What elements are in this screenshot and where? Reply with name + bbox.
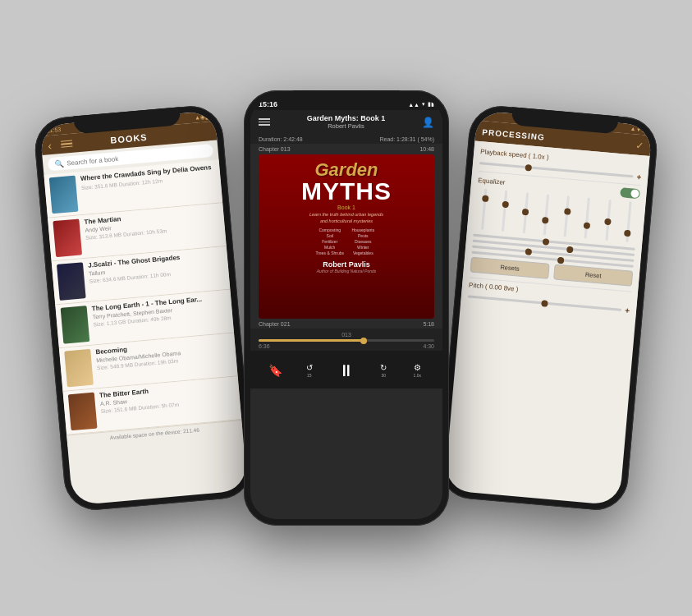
book-cover-crawdads: [49, 176, 79, 214]
notch-center: [293, 90, 400, 108]
progress-bar[interactable]: [259, 339, 434, 342]
chapter-bottom-label: Chapter 021: [259, 321, 291, 327]
books-title: BOOKS: [110, 132, 148, 145]
pitch-plus-icon[interactable]: +: [625, 306, 630, 315]
processing-title: PROCESSING: [482, 127, 545, 142]
status-icons-center: ▲▲ ▾ ▮▮: [408, 101, 434, 108]
playback-plus-icon[interactable]: +: [636, 172, 642, 182]
phone-center: 15:16 ▲▲ ▾ ▮▮ Garden Myths: Book 1 Rober…: [244, 90, 449, 526]
player-durations: Duration: 2:42:48 Read: 1:28:31 ( 54%): [250, 134, 442, 144]
eq-slider-6[interactable]: [577, 197, 598, 240]
cover-author-block: Robert Pavlis Author of Building Natural…: [317, 260, 377, 274]
chapter-bottom-time: 5:18: [423, 321, 434, 327]
chapter-top-time: 10:48: [419, 146, 434, 152]
cover-title-garden: Garden: [314, 161, 378, 179]
equalizer-toggle[interactable]: [620, 187, 640, 199]
equalizer-label: Equalizer: [478, 176, 506, 186]
menu-icon[interactable]: [61, 140, 73, 148]
search-icon: 🔍: [54, 159, 64, 168]
eq-slider-5[interactable]: [557, 195, 578, 238]
player-progress-area: 013 6:36 4:30: [250, 329, 442, 351]
player-header: Garden Myths: Book 1 Robert Pavlis 👤: [250, 110, 442, 134]
cover-title-myths: MYTHS: [301, 179, 392, 204]
cover-author-name: Robert Pavlis: [317, 260, 377, 269]
cover-subtitle: Learn the truth behind urban legendsand …: [309, 212, 383, 224]
cover-author-sub: Author of Building Natural Ponds: [317, 269, 377, 274]
book-cover-becoming: [64, 349, 94, 388]
eq-slider-8[interactable]: [618, 200, 639, 243]
eq-slider-2[interactable]: [494, 190, 516, 232]
book-cover-longearth: [61, 306, 90, 344]
resets-button[interactable]: Resets: [470, 257, 549, 279]
garden-myths-artwork: Garden MYTHS Book 1 Learn the truth behi…: [259, 154, 434, 319]
battery-icon: ▮▮: [428, 101, 434, 108]
status-time-left: 11:53: [46, 126, 61, 134]
status-icons-left: ▲◉▮: [195, 113, 209, 121]
book-cover-ghost: [57, 262, 86, 301]
play-pause-button[interactable]: ⏸: [332, 356, 361, 385]
read-label: Read: 1:28:31 ( 54%): [379, 136, 434, 142]
player-avatar-icon: 👤: [422, 117, 434, 128]
book-cover-martian: [53, 218, 82, 257]
progress-times: 6:36 4:30: [259, 343, 434, 349]
bookmark-button[interactable]: 🔖: [264, 359, 287, 382]
eq-slider-3[interactable]: [515, 191, 536, 234]
back-arrow-icon[interactable]: ‹: [48, 139, 53, 152]
player-title-block: Garden Myths: Book 1 Robert Pavlis: [307, 114, 386, 130]
eq-slider-4[interactable]: [536, 193, 557, 236]
book-cover-bitterearth: [68, 393, 98, 431]
equalizer-button[interactable]: ⚙1.0x: [406, 359, 428, 382]
player-book-title: Garden Myths: Book 1: [307, 114, 386, 122]
progress-fill: [259, 339, 364, 342]
check-icon[interactable]: ✓: [635, 140, 644, 152]
player-chapter-top: Chapter 013 10:48: [250, 144, 442, 154]
book-info: Where the Crawdads Sing by Delia Owens S…: [80, 163, 216, 191]
forward-button[interactable]: ↻30: [372, 359, 395, 382]
cover-book-label: Book 1: [337, 205, 355, 210]
rewind-button[interactable]: ↺15: [298, 359, 321, 382]
signal-icon: ▲▲: [408, 102, 419, 108]
book-list: Where the Crawdads Sing by Delia Owens S…: [44, 159, 241, 434]
screen-right: ▲ ▾ ▮ PROCESSING ✓ Playback speed ( 1.0x…: [444, 111, 653, 506]
progress-current: 6:36: [259, 343, 270, 349]
eq-slider-7[interactable]: [598, 199, 619, 241]
screen-center: 15:16 ▲▲ ▾ ▮▮ Garden Myths: Book 1 Rober…: [250, 97, 442, 519]
player-chapter-bottom: Chapter 021 5:18: [250, 319, 442, 329]
processing-body: Playback speed ( 1.0x ) + Equalizer: [461, 140, 650, 322]
screen-left: 11:53 ▲◉▮ ‹ BOOKS 🔍 Where the Crawdads S…: [39, 111, 248, 506]
chapter-top-label: Chapter 013: [259, 146, 291, 152]
wifi-icon: ▾: [422, 101, 425, 108]
proc-status-icons: ▲ ▾ ▮: [630, 126, 645, 134]
eq-slider-1[interactable]: [474, 188, 495, 231]
phone-right: ▲ ▾ ▮ PROCESSING ✓ Playback speed ( 1.0x…: [438, 103, 660, 513]
progress-total: 4:30: [423, 343, 434, 349]
phone-left: 11:53 ▲◉▮ ‹ BOOKS 🔍 Where the Crawdads S…: [33, 103, 255, 513]
player-controls: 🔖 ↺15 ⏸ ↻30 ⚙1.0x: [250, 351, 442, 388]
book-cover-large: Garden MYTHS Book 1 Learn the truth behi…: [259, 154, 434, 319]
cover-grid: CompostingHouseplants SoilPests Fertiliz…: [315, 228, 377, 255]
progress-chapter-label: 013: [259, 332, 434, 338]
progress-handle[interactable]: [360, 338, 367, 344]
hamburger-menu-icon[interactable]: [259, 118, 270, 126]
player-book-author: Robert Pavlis: [307, 122, 386, 130]
toggle-knob: [630, 189, 639, 198]
reset-button[interactable]: Reset: [553, 264, 633, 286]
duration-label: Duration: 2:42:48: [259, 136, 303, 142]
player-time: 15:16: [259, 100, 277, 108]
